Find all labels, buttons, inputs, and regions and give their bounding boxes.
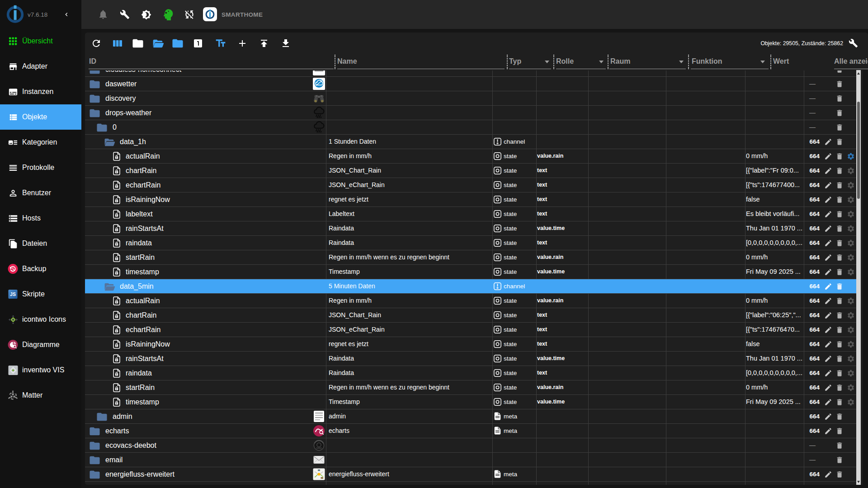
svg-text:JS: JS: [10, 291, 16, 297]
